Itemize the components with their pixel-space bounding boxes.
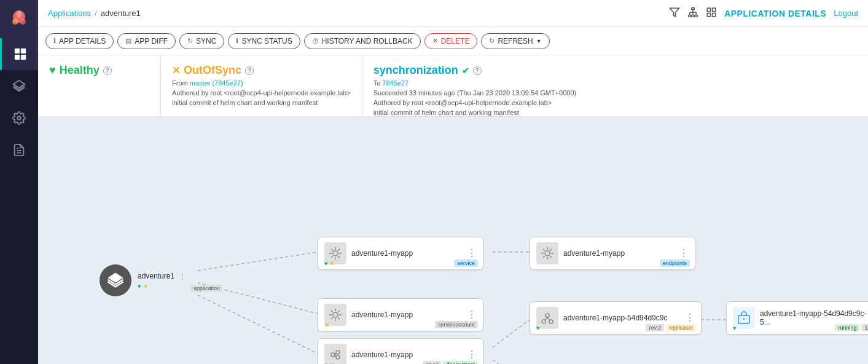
pod-count-badge: 1/1 <box>861 324 868 331</box>
sync-status-button[interactable]: ℹ SYNC STATUS <box>228 33 300 49</box>
svg-rect-16 <box>695 15 698 17</box>
deployment-node: adventure1-myapp ⋮ ♥ ✕ rev:2 deployment <box>318 338 483 364</box>
root-node-label: adventure1 <box>138 272 174 280</box>
health-label: Healthy <box>60 64 100 77</box>
sync-help-icon[interactable]: ? <box>245 66 254 75</box>
hierarchy-icon[interactable] <box>687 7 698 20</box>
out-of-sync-icon: ✕ <box>172 65 180 76</box>
sidebar-logo <box>0 0 38 38</box>
pod-badges: running 1/1 pod <box>835 324 868 331</box>
app-diff-button[interactable]: ▤ APP DIFF <box>117 33 176 49</box>
serviceaccount-status-icons: ✕ <box>324 322 329 328</box>
svg-rect-4 <box>14 49 19 53</box>
endpoints-badge: endpoints <box>660 259 690 267</box>
deployment-badges: rev:2 deployment <box>423 361 478 364</box>
breadcrumb-current: adventure1 <box>101 9 141 18</box>
sync2-help-icon[interactable]: ? <box>473 66 482 75</box>
serviceaccount-node-label: adventure1-myapp <box>351 311 462 319</box>
serviceaccount-node-menu[interactable]: ⋮ <box>467 310 477 320</box>
svg-point-38 <box>336 350 340 354</box>
deployment-rev-badge: rev:2 <box>423 361 441 364</box>
sync-status-icon: ℹ <box>236 37 238 45</box>
main-content: Applications / adventure1 <box>38 0 868 364</box>
pod-running-badge: running <box>835 324 859 331</box>
serviceaccount-badges: serviceaccount <box>435 321 478 328</box>
breadcrumb-separator: / <box>95 9 97 18</box>
endpoints-badges: endpoints <box>660 259 690 267</box>
breadcrumb-parent[interactable]: Applications <box>48 9 91 18</box>
svg-rect-13 <box>692 8 695 10</box>
sidebar-item-layers[interactable] <box>0 70 38 102</box>
sync-message: initial commit of helm chart and working… <box>172 99 351 106</box>
app-diff-icon: ▤ <box>125 37 131 45</box>
replicaset1-heart: ♥ <box>536 325 540 331</box>
sync-check-icon: ✔ <box>462 66 469 76</box>
deployment-heart: ♥ <box>324 362 328 364</box>
app-details-label: APPLICATION DETAILS <box>724 9 826 18</box>
sync2-commit-link[interactable]: 7845e27 <box>382 79 409 87</box>
sync2-authored: Authored by root <root@ocp4-upi-helperno… <box>373 99 857 106</box>
graph-area: adventure1 ⋮ ♥ ✕ application adventure1-… <box>38 117 868 364</box>
sync-header: ✕ OutOfSync ? <box>172 64 351 77</box>
svg-point-36 <box>333 312 338 317</box>
svg-point-3 <box>17 10 22 18</box>
sync2-to: To 7845e27 <box>373 79 857 87</box>
refresh-button[interactable]: ↻ REFRESH ▼ <box>481 33 549 49</box>
sync2-succeeded: Succeeded 33 minutes ago (Thu Jan 23 202… <box>373 89 857 97</box>
delete-button[interactable]: ✕ DELETE <box>424 33 478 49</box>
svg-rect-24 <box>707 14 710 17</box>
svg-line-26 <box>198 252 318 271</box>
sidebar-item-apps[interactable] <box>0 38 38 70</box>
filter-icon[interactable] <box>669 7 680 20</box>
app-details-button[interactable]: ℹ APP DETAILS <box>45 33 114 49</box>
replicaset1-badges: rev:2 replicaset <box>646 324 696 331</box>
service-heart: ♥ <box>324 260 328 267</box>
svg-rect-22 <box>707 8 710 11</box>
svg-rect-23 <box>713 8 716 11</box>
svg-line-30 <box>493 320 530 347</box>
service-badges: service <box>454 259 478 267</box>
logout-button[interactable]: Logout <box>834 9 858 18</box>
service-x: ✕ <box>329 260 334 267</box>
health-help-icon[interactable]: ? <box>103 66 112 75</box>
root-node-menu[interactable]: ⋮ <box>178 271 186 280</box>
root-node-icon <box>100 264 131 296</box>
service-node-menu[interactable]: ⋮ <box>467 248 477 258</box>
svg-rect-25 <box>713 14 716 17</box>
replicaset1-status-icons: ♥ <box>536 325 540 331</box>
health-header: ♥ Healthy ? <box>49 64 149 77</box>
service-status-icons: ♥ ✕ <box>324 260 334 267</box>
deployment-node-label: adventure1-myapp <box>351 350 462 359</box>
pod-node: adventure1-myapp-54d94d9c9c-5... ⋮ ♥ run… <box>726 301 868 334</box>
replicaset1-type-badge: replicaset <box>666 324 696 331</box>
sidebar-item-docs[interactable] <box>0 134 38 166</box>
svg-line-31 <box>493 360 530 364</box>
breadcrumb: Applications / adventure1 <box>48 9 141 18</box>
deployment-x: ✕ <box>329 362 334 364</box>
endpoints-node: adventure1-myapp ⋮ endpoints <box>530 237 695 270</box>
serviceaccount-node: adventure1-myapp ⋮ ✕ serviceaccount <box>318 298 483 331</box>
sync-from: From master (7845e27) <box>172 79 351 87</box>
synchronization-section: synchronization ✔ ? To 7845e27 Succeeded… <box>362 55 868 116</box>
deployment-node-menu[interactable]: ⋮ <box>467 350 477 360</box>
synchronization-label: synchronization <box>373 64 458 77</box>
delete-icon: ✕ <box>432 37 438 45</box>
sync2-message: initial commit of helm chart and working… <box>373 109 857 116</box>
sidebar-item-settings[interactable] <box>0 102 38 134</box>
svg-marker-12 <box>670 8 679 17</box>
endpoints-node-menu[interactable]: ⋮ <box>679 248 689 258</box>
svg-point-37 <box>331 353 335 357</box>
sync-label: OutOfSync <box>184 64 241 77</box>
sync-branch-link[interactable]: master (7845e27) <box>190 79 243 87</box>
svg-line-28 <box>198 295 318 354</box>
replicaset1-rev-badge: rev:2 <box>646 324 664 331</box>
svg-point-42 <box>545 314 549 317</box>
sync-icon: ↻ <box>187 37 193 45</box>
history-rollback-button[interactable]: ⏱ HISTORY AND ROLLBACK <box>304 33 421 49</box>
root-node-card: adventure1 ⋮ ♥ ✕ application <box>138 271 186 290</box>
replicaset1-node-menu[interactable]: ⋮ <box>685 313 695 323</box>
grid-icon[interactable] <box>706 7 717 20</box>
heart-health-icon: ♥ <box>49 64 56 77</box>
root-heart-icon: ♥ <box>138 283 141 290</box>
sync-button[interactable]: ↻ SYNC <box>179 33 224 49</box>
